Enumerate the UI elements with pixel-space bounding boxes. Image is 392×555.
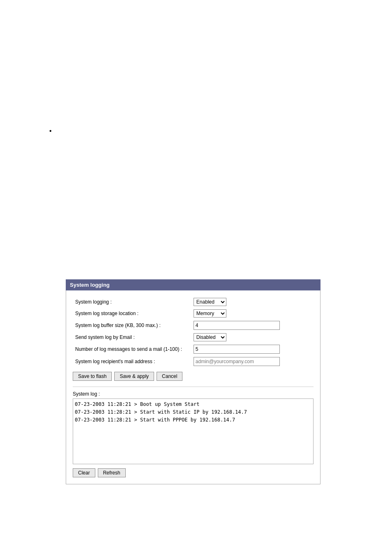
log-entry-2: 07-23-2003 11:28:21 > Start with Static … (75, 408, 311, 416)
system-logging-label: System logging : (73, 296, 191, 308)
system-log-label: System log : (73, 391, 314, 397)
save-to-flash-button[interactable]: Save to flash (73, 372, 112, 381)
send-email-select[interactable]: Disabled Enabled (194, 333, 226, 341)
mail-address-input[interactable] (194, 357, 280, 366)
buffer-size-input[interactable] (194, 321, 280, 330)
buffer-size-cell (191, 319, 314, 332)
log-entries: 07-23-2003 11:28:21 > Boot up System Sta… (75, 401, 311, 424)
panel-title: System logging (66, 279, 321, 290)
buffer-size-label: System log buffer size (KB, 300 max.) : (73, 319, 191, 332)
clear-refresh-row: Clear Refresh (73, 468, 314, 477)
storage-location-label: System log storage location : (73, 308, 191, 319)
mail-address-cell (191, 355, 314, 368)
num-messages-cell (191, 343, 314, 355)
system-logging-row: System logging : Enabled Disabled (73, 296, 314, 308)
storage-location-cell: Memory Flash (191, 308, 314, 319)
save-apply-button[interactable]: Save & apply (114, 372, 154, 381)
num-messages-label: Number of log messages to send a mail (1… (73, 343, 191, 355)
form-table: System logging : Enabled Disabled System… (73, 296, 314, 368)
storage-location-select[interactable]: Memory Flash (194, 309, 226, 318)
log-box[interactable]: 07-23-2003 11:28:21 > Boot up System Sta… (73, 398, 314, 464)
log-entry-1: 07-23-2003 11:28:21 > Boot up System Sta… (75, 401, 311, 408)
system-logging-cell: Enabled Disabled (191, 296, 314, 308)
panel-body: System logging : Enabled Disabled System… (66, 290, 321, 484)
cancel-button[interactable]: Cancel (157, 372, 182, 381)
send-email-row: Send system log by Email : Disabled Enab… (73, 332, 314, 343)
system-logging-panel: System logging System logging : Enabled … (66, 279, 321, 484)
refresh-button[interactable]: Refresh (98, 468, 126, 477)
action-buttons-row: Save to flash Save & apply Cancel (73, 372, 314, 381)
log-entry-3: 07-23-2003 11:28:21 > Start with PPPOE b… (75, 416, 311, 424)
mail-address-label: System log recipient's mail address : (73, 355, 191, 368)
send-email-cell: Disabled Enabled (191, 332, 314, 343)
clear-button[interactable]: Clear (73, 468, 95, 477)
system-logging-select[interactable]: Enabled Disabled (194, 298, 226, 306)
storage-location-row: System log storage location : Memory Fla… (73, 308, 314, 319)
mail-address-row: System log recipient's mail address : (73, 355, 314, 368)
send-email-label: Send system log by Email : (73, 332, 191, 343)
num-messages-input[interactable] (194, 345, 280, 354)
separator (73, 387, 314, 387)
buffer-size-row: System log buffer size (KB, 300 max.) : (73, 319, 314, 332)
num-messages-row: Number of log messages to send a mail (1… (73, 343, 314, 355)
bullet-point: • (49, 127, 52, 135)
page-container: • System logging System logging : Enable… (0, 0, 392, 555)
